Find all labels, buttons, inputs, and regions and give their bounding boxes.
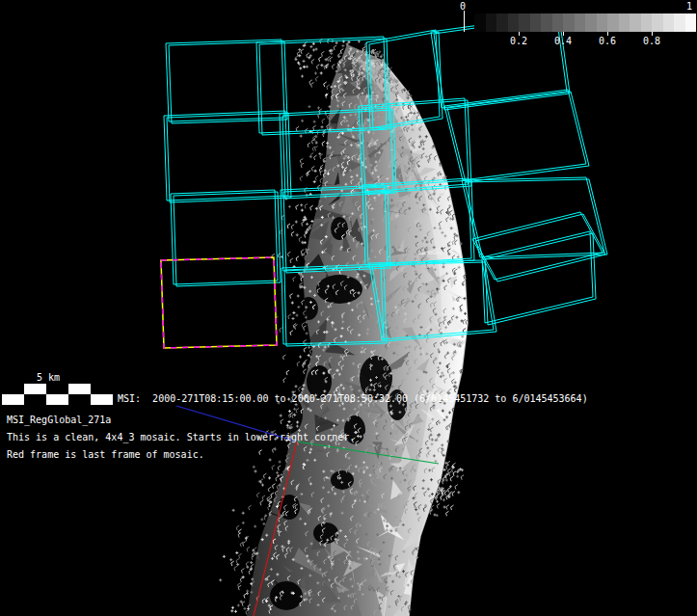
- mosaic-frame: [164, 111, 288, 201]
- mosaic-frame: [482, 231, 593, 323]
- colorbar-tick-label: 0.4: [547, 36, 579, 46]
- colorbar-step: [575, 13, 586, 32]
- mosaic-frame: [167, 113, 291, 202]
- render-viewport[interactable]: [0, 0, 697, 616]
- colorbar-tick-label: 0.2: [502, 36, 535, 46]
- scale-bar: [2, 384, 113, 405]
- mosaic-frame: [472, 212, 603, 280]
- mosaic-frame: [166, 40, 284, 121]
- scale-bar-cell: [68, 394, 91, 405]
- asteroid-shape-model: [219, 39, 472, 616]
- colorbar-step: [607, 13, 619, 32]
- colorbar-step: [674, 13, 685, 32]
- scale-bar-cell: [91, 394, 113, 405]
- colorbar-step: [597, 13, 608, 32]
- scale-bar-label: 5 km: [37, 371, 60, 384]
- caption-red-frame-note: Red frame is last frame of mosaic.: [7, 448, 204, 461]
- colorbar-step: [630, 13, 641, 32]
- colorbar-step: [563, 13, 575, 32]
- caption-description: This is a clean, 4x4_3 mosaic. Starts in…: [7, 431, 355, 443]
- colorbar: [474, 13, 696, 32]
- colorbar-tick-label: 0.8: [635, 36, 668, 46]
- colorbar-step: [519, 13, 530, 32]
- mosaic-planner-window: 0 1 0.20.40.60.8 5 km MSI: 2000-271T08:1…: [0, 0, 697, 616]
- scale-bar-cell: [46, 384, 68, 394]
- colorbar-step: [663, 13, 675, 32]
- colorbar-step: [619, 13, 630, 32]
- mosaic-frame: [485, 233, 596, 325]
- mosaic-frame: [171, 190, 278, 284]
- last-frame-dash-yellow: [161, 257, 277, 348]
- colorbar-step: [508, 13, 520, 32]
- last-frame-dash-magenta: [161, 257, 277, 348]
- scale-bar-cell: [2, 384, 24, 394]
- colorbar-step: [496, 13, 508, 32]
- colorbar-step: [641, 13, 653, 32]
- colorbar-step: [474, 13, 486, 32]
- mosaic-frame: [444, 90, 586, 180]
- colorbar-step: [652, 13, 663, 32]
- caption-sequence-name: MSI_RegGlobal_271a: [7, 414, 111, 426]
- scale-bar-cell: [68, 384, 91, 394]
- scale-bar-cell: [2, 394, 24, 405]
- scale-bar-cell: [91, 384, 113, 394]
- colorbar-step: [585, 13, 597, 32]
- scale-bar-cell: [24, 384, 46, 394]
- colorbar-step: [541, 13, 552, 32]
- colorbar-step: [685, 13, 697, 32]
- colorbar-tick-label: 0.6: [591, 36, 624, 46]
- colorbar-step: [486, 13, 497, 32]
- colorbar-max-label: 1: [686, 0, 692, 13]
- scale-bar-cell: [24, 394, 46, 405]
- colorbar-step: [530, 13, 542, 32]
- mosaic-frame: [447, 92, 589, 182]
- mosaic-frame: [174, 192, 281, 286]
- mosaic-frame: [475, 214, 605, 281]
- colorbar-zero-tick: [464, 11, 465, 32]
- colorbar-step: [552, 13, 564, 32]
- last-frame-outline: [161, 257, 277, 348]
- status-line: MSI: 2000-271T08:15:00.00 to 2000-271T08…: [118, 392, 588, 405]
- scale-bar-cell: [46, 394, 68, 405]
